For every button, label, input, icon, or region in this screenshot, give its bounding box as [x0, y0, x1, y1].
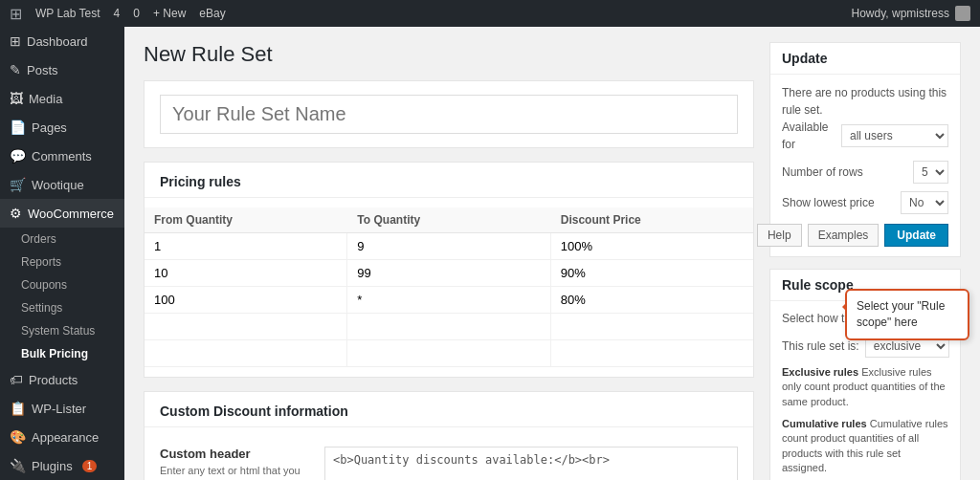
pricing-rules-title: Pricing rules: [145, 163, 753, 198]
pricing-rules-box: Pricing rules From Quantity To Quantity …: [144, 162, 754, 378]
comments-icon: 💬: [10, 148, 26, 164]
sidebar-item-plugins[interactable]: 🔌 Plugins 1: [0, 451, 124, 480]
pricing-table-wrapper: From Quantity To Quantity Discount Price: [145, 207, 753, 377]
row-4-to-input[interactable]: [347, 340, 550, 366]
table-row: [145, 314, 753, 340]
sidebar-sub-reports[interactable]: Reports: [0, 251, 124, 273]
new-button[interactable]: + New: [153, 7, 186, 20]
sidebar-item-wootique[interactable]: 🛒 Wootique: [0, 170, 124, 199]
cumulative-desc: Cumulative rules Cumulative rules count …: [782, 417, 948, 476]
sidebar-item-appearance[interactable]: 🎨 Appearance: [0, 423, 124, 451]
site-name-text: WP Lab Test: [35, 7, 100, 20]
sidebar-item-pages[interactable]: 📄 Pages: [0, 113, 124, 142]
page-title: New Rule Set: [144, 42, 754, 67]
sidebar-sub-bulk-pricing[interactable]: Bulk Pricing: [0, 342, 124, 365]
sidebar-item-wp-lister[interactable]: 📋 WP-Lister: [0, 394, 124, 423]
row-2-discount-input[interactable]: [551, 287, 753, 313]
row-0-from-input[interactable]: [145, 233, 347, 259]
row-1-discount-input[interactable]: [551, 260, 753, 286]
col-discount-price: Discount Price: [551, 207, 753, 233]
row-3-from-input[interactable]: [145, 314, 347, 339]
examples-button[interactable]: Examples: [808, 224, 880, 247]
show-lowest-price-field: Show lowest price No Yes: [782, 191, 948, 214]
row-1-from-input[interactable]: [145, 260, 347, 286]
row-4-discount-input[interactable]: [551, 340, 753, 366]
row-0-discount-input[interactable]: [551, 233, 753, 259]
pages-label: Pages: [32, 120, 67, 135]
available-for-select[interactable]: all users logged in users: [841, 124, 948, 147]
sidebar-sub-coupons[interactable]: Coupons: [0, 273, 124, 296]
available-for-label: Available for: [782, 119, 841, 153]
woocommerce-icon: ⚙: [10, 206, 22, 221]
appearance-icon: 🎨: [10, 429, 26, 445]
dashboard-label: Dashboard: [27, 34, 88, 49]
plugins-label: Plugins: [32, 459, 73, 473]
row-2-from-input[interactable]: [145, 287, 347, 313]
custom-header-textarea[interactable]: <b>Quantity discounts available:</b><br>: [324, 447, 738, 480]
col-from-qty: From Quantity: [145, 207, 347, 233]
sidebar-sub-system-status[interactable]: System Status: [0, 319, 124, 342]
pages-icon: 📄: [10, 120, 26, 135]
number-of-rows-select[interactable]: 5 3 4 6: [913, 161, 948, 184]
rule-scope-tooltip: Select your "Rule scope" here: [845, 289, 969, 340]
site-name[interactable]: WP Lab Test: [35, 7, 100, 20]
row-0-to-input[interactable]: [347, 233, 550, 259]
ebay-link[interactable]: eBay: [199, 7, 225, 20]
table-row: [145, 233, 753, 260]
rule-name-box: [144, 80, 754, 148]
sidebar-item-media[interactable]: 🖼 Media: [0, 84, 124, 113]
available-for-field: Available for all users logged in users: [782, 119, 948, 153]
rule-name-input[interactable]: [160, 95, 738, 134]
sidebar-sub-orders[interactable]: Orders: [0, 228, 124, 251]
sidebar-item-products[interactable]: 🏷 Products: [0, 365, 124, 394]
sidebar-item-comments[interactable]: 💬 Comments: [0, 142, 124, 170]
custom-discount-title: Custom Discount information: [145, 392, 753, 427]
main-layout: ⊞ Dashboard ✎ Posts 🖼 Media 📄 Pages 💬 Co…: [0, 27, 980, 480]
this-rule-set-label: This rule set is:: [782, 339, 859, 353]
updates-count[interactable]: 4: [114, 7, 121, 20]
show-lowest-price-select[interactable]: No Yes: [901, 191, 948, 214]
dashboard-icon: ⊞: [10, 33, 21, 49]
plugins-badge: 1: [82, 460, 98, 472]
row-3-to-input[interactable]: [347, 314, 550, 339]
avatar: [955, 6, 970, 21]
sidebar-item-posts[interactable]: ✎ Posts: [0, 55, 124, 84]
show-lowest-price-label: Show lowest price: [782, 194, 875, 211]
comments-count[interactable]: 0: [133, 7, 140, 20]
rule-scope-box: Rule scope Select how the to... This rul…: [769, 269, 961, 480]
sidebar-item-dashboard[interactable]: ⊞ Dashboard: [0, 27, 124, 55]
update-buttons: Help Examples Update: [782, 224, 948, 247]
admin-bar: ⊞ WP Lab Test 4 0 + New eBay Howdy, wpmi…: [0, 0, 980, 27]
posts-label: Posts: [27, 63, 58, 77]
products-icon: 🏷: [10, 372, 23, 387]
row-3-discount-input[interactable]: [551, 314, 753, 339]
custom-header-label: Custom header Enter any text or html tha…: [160, 447, 313, 480]
update-box: Update There are no products using this …: [769, 42, 961, 257]
wplister-icon: 📋: [10, 401, 26, 416]
exclusive-desc: Exclusive rules Exclusive rules only cou…: [782, 365, 948, 409]
row-1-to-input[interactable]: [347, 260, 550, 286]
row-2-to-input[interactable]: [347, 287, 550, 313]
pricing-table: From Quantity To Quantity Discount Price: [145, 207, 753, 367]
table-row: [145, 260, 753, 287]
wplister-label: WP-Lister: [32, 402, 86, 416]
no-products-text: There are no products using this rule se…: [782, 84, 948, 119]
howdy-text: Howdy, wpmistress: [852, 6, 970, 21]
media-label: Media: [29, 92, 62, 106]
products-label: Products: [29, 373, 78, 387]
custom-header-desc: Enter any text or html that you want dis…: [160, 464, 313, 480]
custom-discount-box: Custom Discount information Custom heade…: [144, 391, 754, 480]
pricing-table-body: [145, 233, 753, 367]
custom-header-title: Custom header: [160, 447, 313, 461]
custom-header-field: Custom header Enter any text or html tha…: [145, 437, 753, 480]
sidebar-item-woocommerce[interactable]: ⚙ WooCommerce: [0, 199, 124, 228]
number-of-rows-label: Number of rows: [782, 164, 863, 181]
update-button[interactable]: Update: [884, 224, 948, 247]
pricing-table-head: From Quantity To Quantity Discount Price: [145, 207, 753, 233]
sidebar-sub-settings[interactable]: Settings: [0, 296, 124, 319]
wootique-icon: 🛒: [10, 177, 26, 192]
appearance-label: Appearance: [32, 430, 99, 445]
help-button[interactable]: Help: [757, 224, 802, 247]
comments-label: Comments: [32, 149, 92, 164]
row-4-from-input[interactable]: [145, 340, 347, 366]
